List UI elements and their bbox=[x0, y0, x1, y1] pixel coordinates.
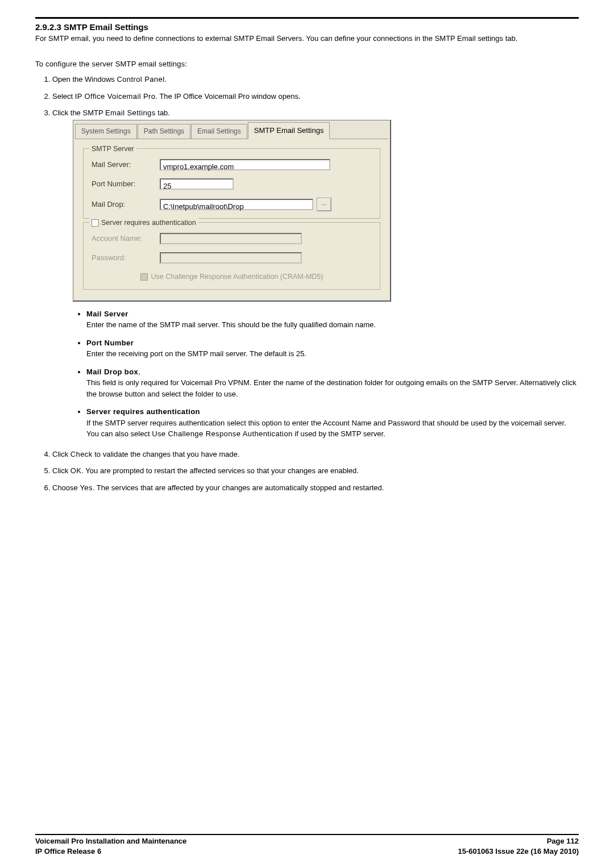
field-descriptions: Mail Server Enter the name of the SMTP m… bbox=[86, 308, 579, 440]
desc-port-number: Port Number Enter the receiving port on … bbox=[86, 337, 579, 360]
desc-mail-server: Mail Server Enter the name of the SMTP m… bbox=[86, 308, 579, 331]
step-6: Choose Yes. The services that are affect… bbox=[52, 482, 579, 494]
password-label: Password: bbox=[92, 252, 160, 264]
page-footer: Voicemail Pro Installation and Maintenan… bbox=[35, 834, 579, 856]
step-3: Click the SMTP Email Settings tab. Syste… bbox=[52, 107, 579, 440]
tab-body: SMTP Server Mail Server: vmpro1.example.… bbox=[75, 139, 388, 299]
account-name-input[interactable] bbox=[160, 233, 302, 244]
step-4: Click Check to validate the changes that… bbox=[52, 449, 579, 460]
desc-mail-drop: Mail Drop box, This field is only requir… bbox=[86, 366, 579, 400]
cram-row: Use Challenge Response Authentication (C… bbox=[92, 272, 372, 282]
tab-strip: System Settings Path Settings Email Sett… bbox=[73, 120, 390, 139]
tab-path-settings[interactable]: Path Settings bbox=[138, 124, 190, 139]
desc-server-auth: Server requires authentication If the SM… bbox=[86, 406, 579, 440]
port-number-label: Port Number: bbox=[92, 178, 160, 190]
tab-email-settings[interactable]: Email Settings bbox=[191, 124, 247, 139]
step-1: Open the Windows Control Panel. bbox=[52, 74, 579, 85]
port-number-input[interactable]: 25 bbox=[160, 178, 234, 190]
cram-label: Use Challenge Response Authentication (C… bbox=[151, 272, 323, 282]
auth-group: Server requires authentication Account N… bbox=[83, 222, 380, 290]
mail-server-label: Mail Server: bbox=[92, 159, 160, 170]
step-5: Click OK. You are prompted to restart th… bbox=[52, 465, 579, 477]
mail-drop-browse-button[interactable]: ... bbox=[317, 198, 331, 211]
page-content: 2.9.2.3 SMTP Email Settings For SMTP ema… bbox=[35, 17, 579, 493]
smtp-settings-dialog: System Settings Path Settings Email Sett… bbox=[73, 120, 391, 302]
auth-legend-label: Server requires authentication bbox=[101, 218, 196, 228]
configure-heading: To configure the server SMTP email setti… bbox=[35, 60, 579, 68]
password-input[interactable] bbox=[160, 252, 302, 264]
steps-list: Open the Windows Control Panel. Select I… bbox=[52, 74, 579, 493]
step-2: Select IP Office Voicemail Pro. The IP O… bbox=[52, 91, 579, 102]
mail-drop-label: Mail Drop: bbox=[92, 199, 160, 210]
smtp-server-group: SMTP Server Mail Server: vmpro1.example.… bbox=[83, 148, 380, 219]
account-name-label: Account Name: bbox=[92, 233, 160, 244]
cram-checkbox[interactable] bbox=[140, 273, 148, 281]
tab-smtp-email-settings[interactable]: SMTP Email Settings bbox=[248, 122, 330, 140]
auth-legend: Server requires authentication bbox=[89, 218, 198, 228]
intro-paragraph: For SMTP email, you need to define conne… bbox=[35, 34, 579, 44]
smtp-server-legend: SMTP Server bbox=[89, 144, 136, 155]
footer-issue: 15-601063 Issue 22e (16 May 2010) bbox=[458, 847, 579, 856]
section-heading: 2.9.2.3 SMTP Email Settings bbox=[35, 22, 579, 32]
server-requires-auth-checkbox[interactable] bbox=[92, 219, 99, 227]
footer-rule bbox=[35, 834, 579, 835]
footer-doc-title: Voicemail Pro Installation and Maintenan… bbox=[35, 837, 186, 845]
footer-page-number: Page 112 bbox=[547, 837, 579, 845]
mail-drop-input[interactable]: C:\Inetpub\mailroot\Drop bbox=[160, 199, 313, 210]
tab-system-settings[interactable]: System Settings bbox=[75, 124, 137, 139]
footer-product: IP Office Release 6 bbox=[35, 847, 101, 856]
mail-server-input[interactable]: vmpro1.example.com bbox=[160, 159, 330, 170]
top-rule bbox=[35, 17, 579, 19]
